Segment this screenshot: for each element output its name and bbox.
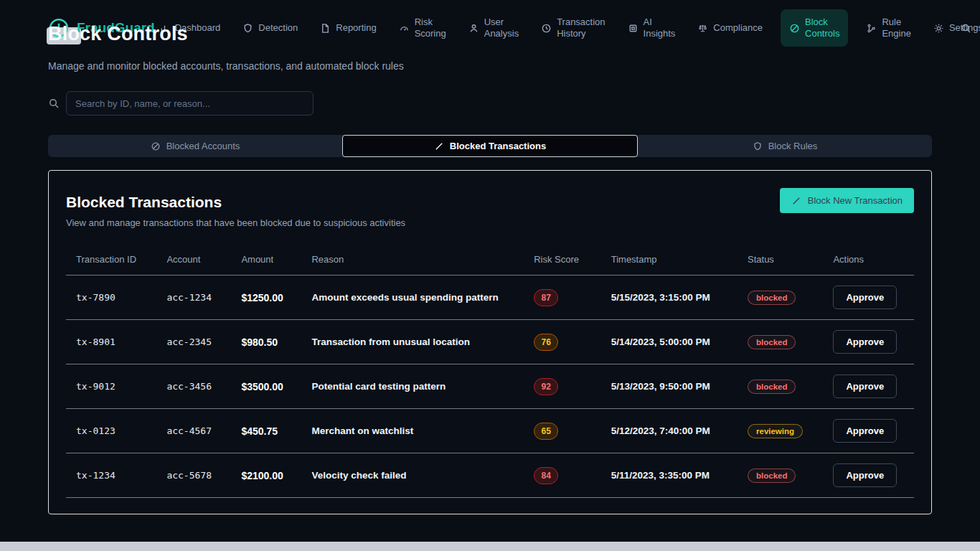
panel-title: Blocked Transactions — [66, 194, 405, 211]
nav-item-reporting[interactable]: Reporting — [316, 17, 380, 39]
col-header-status: Status — [742, 247, 827, 276]
table-header-row: Transaction ID Account Amount Reason Ris… — [66, 247, 914, 276]
col-header-risk-score: Risk Score — [528, 247, 606, 276]
account-id: acc-4567 — [161, 409, 235, 453]
transaction-id: tx-0123 — [66, 409, 161, 453]
reason: Merchant on watchlist — [306, 409, 528, 453]
status-badge: blocked — [748, 380, 796, 394]
table-row: tx-9012 acc-3456 $3500.00 Potential card… — [66, 364, 914, 409]
table-row: tx-0123 acc-4567 $450.75 Merchant on wat… — [66, 409, 914, 453]
table-row: tx-8901 acc-2345 $980.50 Transaction fro… — [66, 320, 914, 364]
nav-label: Transaction History — [557, 17, 605, 40]
page-content: Manage and monitor blocked accounts, tra… — [0, 60, 980, 514]
transaction-id: tx-7890 — [66, 276, 161, 320]
nav-item-block-controls[interactable]: Block Controls — [781, 9, 848, 47]
reason: Amount exceeds usual spending pattern — [306, 276, 528, 320]
status-badge: blocked — [748, 468, 796, 483]
ban-icon — [151, 141, 161, 151]
tab-bar: Blocked Accounts Blocked Transactions Bl… — [48, 135, 932, 157]
account-id: acc-1234 — [161, 276, 235, 320]
nav-item-transaction-history[interactable]: Transaction History — [537, 11, 609, 46]
timestamp: 5/13/2023, 9:50:00 PM — [606, 364, 742, 409]
risk-score-badge: 76 — [534, 334, 558, 351]
shield-icon — [242, 23, 253, 34]
ban-icon — [789, 23, 800, 34]
amount: $450.75 — [235, 409, 306, 453]
gear-icon — [933, 23, 944, 34]
nav-item-compliance[interactable]: Compliance — [693, 17, 767, 39]
nav-label: Risk Scoring — [415, 17, 446, 40]
risk-score-badge: 84 — [534, 467, 558, 484]
tab-blocked-accounts[interactable]: Blocked Accounts — [48, 135, 342, 157]
col-header-timestamp: Timestamp — [606, 247, 742, 276]
page-subtitle: Manage and monitor blocked accounts, tra… — [48, 60, 932, 72]
amount: $3500.00 — [235, 364, 306, 409]
document-icon — [320, 23, 331, 34]
status-badge: reviewing — [748, 424, 803, 438]
nav-label: Dashboard — [175, 22, 221, 34]
reason: Velocity check failed — [306, 453, 528, 498]
nav-label: Compliance — [713, 22, 763, 34]
timestamp: 5/11/2023, 3:35:00 PM — [606, 453, 742, 498]
nav-item-risk-scoring[interactable]: Risk Scoring — [395, 11, 451, 46]
nav-item-ai-insights[interactable]: AI Insights — [623, 11, 680, 46]
panel-header: Blocked Transactions View and manage tra… — [66, 188, 914, 228]
chip-icon — [628, 23, 639, 34]
blocked-transactions-panel: Blocked Transactions View and manage tra… — [48, 170, 932, 514]
horizontal-scrollbar[interactable] — [0, 542, 980, 551]
blocked-transactions-table: Transaction ID Account Amount Reason Ris… — [66, 247, 914, 498]
shield-icon — [753, 141, 763, 151]
gauge-icon — [399, 23, 410, 34]
approve-button[interactable]: Approve — [833, 286, 897, 309]
amount: $980.50 — [235, 320, 306, 364]
main-nav: Dashboard Detection Reporting Risk Scori… — [155, 9, 980, 47]
approve-button[interactable]: Approve — [833, 330, 897, 354]
history-icon — [541, 23, 552, 34]
approve-button[interactable]: Approve — [833, 375, 897, 398]
col-header-reason: Reason — [306, 247, 528, 276]
block-new-transaction-button[interactable]: Block New Transaction — [780, 188, 914, 213]
search-icon[interactable] — [961, 23, 971, 34]
risk-score-badge: 92 — [534, 378, 558, 395]
tab-blocked-transactions[interactable]: Blocked Transactions — [342, 135, 638, 157]
nav-item-rule-engine[interactable]: Rule Engine — [862, 11, 915, 46]
approve-button[interactable]: Approve — [833, 419, 897, 443]
nav-item-dashboard[interactable]: Dashboard — [155, 17, 225, 39]
tab-label: Blocked Transactions — [450, 141, 546, 151]
amount: $2100.00 — [235, 453, 306, 498]
risk-score-badge: 65 — [534, 423, 558, 440]
transaction-id: tx-9012 — [66, 364, 161, 409]
tab-block-rules[interactable]: Block Rules — [638, 135, 932, 157]
approve-button[interactable]: Approve — [833, 463, 897, 487]
status-badge: blocked — [748, 335, 796, 349]
account-id: acc-5678 — [161, 453, 235, 498]
nav-item-user-analysis[interactable]: User Analysis — [464, 11, 523, 46]
search-icon — [48, 98, 60, 109]
amount: $1250.00 — [235, 276, 306, 320]
brand-name: FraudGuard — [77, 20, 155, 36]
transaction-id: tx-8901 — [66, 320, 161, 364]
table-row: tx-7890 acc-1234 $1250.00 Amount exceeds… — [66, 276, 914, 320]
col-header-account: Account — [161, 247, 235, 276]
col-header-amount: Amount — [235, 247, 306, 276]
tab-label: Block Rules — [768, 141, 818, 151]
nav-item-detection[interactable]: Detection — [238, 17, 302, 39]
account-id: acc-2345 — [161, 320, 235, 364]
slash-icon — [434, 141, 444, 151]
reason: Potential card testing pattern — [306, 364, 528, 409]
col-header-actions: Actions — [827, 247, 914, 276]
reason: Transaction from unusual location — [306, 320, 528, 364]
nav-label: Detection — [258, 22, 298, 34]
transaction-id: tx-1234 — [66, 453, 161, 498]
timestamp: 5/15/2023, 3:15:00 PM — [606, 276, 742, 320]
status-badge: blocked — [748, 291, 796, 305]
nav-label: Block Controls — [805, 17, 839, 40]
timestamp: 5/14/2023, 5:00:00 PM — [606, 320, 742, 364]
slash-icon — [791, 196, 801, 206]
timestamp: 5/12/2023, 7:40:00 PM — [606, 409, 742, 453]
scale-icon — [697, 23, 708, 34]
account-id: acc-3456 — [161, 364, 235, 409]
nav-item-settings[interactable]: Settings — [929, 17, 980, 39]
nav-label: Rule Engine — [882, 17, 910, 40]
search-input[interactable] — [66, 91, 314, 116]
